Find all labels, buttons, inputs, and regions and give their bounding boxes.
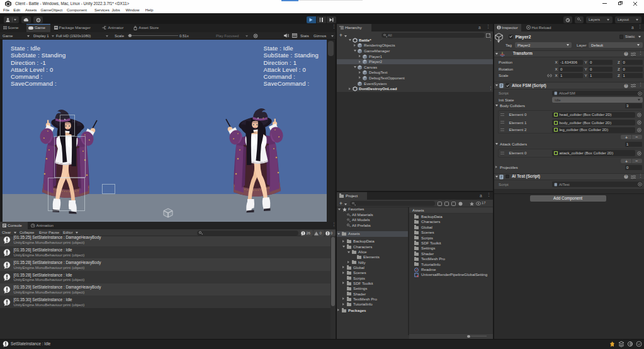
svg-text:?: ? — [625, 52, 627, 55]
svg-text:?: ? — [625, 174, 627, 178]
svg-text:?: ? — [625, 84, 627, 88]
